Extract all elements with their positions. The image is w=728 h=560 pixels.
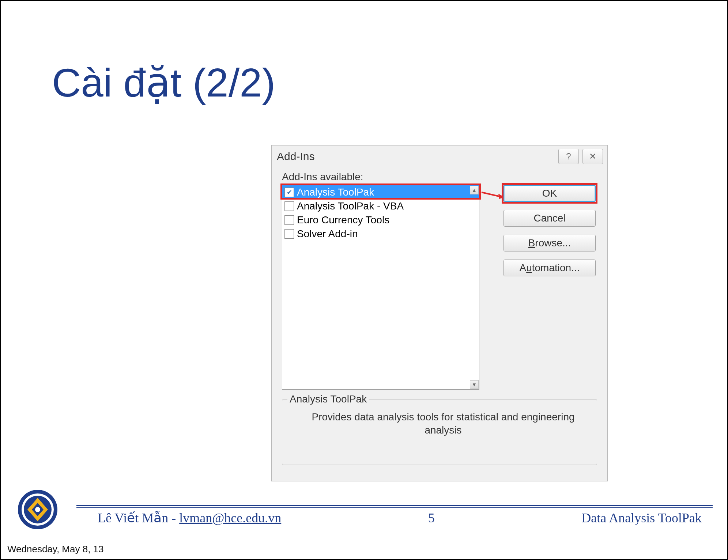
footer-row: Lê Viết Mẫn - lvman@hce.edu.vn 5 Data An…: [98, 510, 702, 526]
automation-button-label: Automation...: [520, 262, 580, 274]
checkbox-icon[interactable]: [284, 201, 294, 211]
addin-description-text: Provides data analysis tools for statist…: [282, 400, 597, 437]
help-button[interactable]: ?: [558, 149, 579, 164]
slide-title: Cài đặt (2/2): [52, 59, 275, 106]
page-number: 5: [428, 510, 435, 526]
page: Cài đặt (2/2) Add-Ins ? ✕ Add-Ins availa…: [0, 0, 728, 560]
cancel-button[interactable]: Cancel: [503, 210, 596, 227]
addin-item-solver-addin[interactable]: Solver Add-in: [282, 227, 479, 241]
footer-divider: [76, 505, 713, 506]
browse-button[interactable]: Browse...: [503, 235, 596, 251]
scroll-up-icon[interactable]: ▲: [470, 186, 479, 194]
addin-item-label: Solver Add-in: [297, 228, 358, 240]
checkbox-icon[interactable]: [284, 229, 294, 239]
footer-email-link[interactable]: lvman@hce.edu.vn: [179, 511, 281, 525]
addins-listbox[interactable]: ✔ Analysis ToolPak Analysis ToolPak - VB…: [282, 185, 479, 390]
close-button[interactable]: ✕: [582, 149, 603, 164]
slide: Cài đặt (2/2) Add-Ins ? ✕ Add-Ins availa…: [1, 1, 727, 538]
addins-listbox-wrap: ✔ Analysis ToolPak Analysis ToolPak - VB…: [282, 185, 487, 390]
help-icon: ?: [566, 151, 571, 162]
ok-button-wrap: OK: [503, 185, 596, 202]
close-icon: ✕: [589, 151, 596, 162]
footer-topic: Data Analysis ToolPak: [581, 510, 702, 526]
checkbox-icon[interactable]: [284, 215, 294, 225]
browse-button-label: Browse...: [528, 237, 571, 249]
footer-author: Lê Viết Mẫn - lvman@hce.edu.vn: [98, 510, 281, 526]
addin-description-group: Analysis ToolPak Provides data analysis …: [282, 399, 597, 465]
dialog-title: Add-Ins: [277, 150, 314, 163]
svg-point-7: [35, 507, 40, 512]
cancel-button-label: Cancel: [533, 212, 565, 224]
dialog-titlebar: Add-Ins ? ✕: [272, 145, 607, 167]
addin-item-analysis-toolpak-vba[interactable]: Analysis ToolPak - VBA: [282, 199, 479, 213]
ok-button-label: OK: [542, 188, 557, 199]
university-logo-icon: [17, 489, 58, 530]
addin-item-analysis-toolpak[interactable]: ✔ Analysis ToolPak: [282, 185, 479, 199]
ok-button[interactable]: OK: [503, 185, 596, 202]
scroll-down-icon[interactable]: ▼: [470, 380, 479, 389]
checkbox-icon[interactable]: ✔: [284, 188, 294, 197]
addin-item-label: Analysis ToolPak: [297, 186, 374, 198]
addins-dialog: Add-Ins ? ✕ Add-Ins available: ✔: [271, 145, 608, 481]
dialog-button-column: OK Cancel Browse... Automation...: [503, 185, 596, 276]
titlebar-buttons: ? ✕: [558, 149, 603, 164]
presenter-date: Wednesday, May 8, 13: [7, 544, 104, 555]
addins-available-label: Add-Ins available:: [282, 171, 363, 183]
footer-divider: [76, 507, 713, 508]
addin-item-label: Euro Currency Tools: [297, 214, 389, 226]
addin-description-legend: Analysis ToolPak: [287, 393, 369, 405]
addin-item-label: Analysis ToolPak - VBA: [297, 200, 404, 212]
addin-item-euro-currency-tools[interactable]: Euro Currency Tools: [282, 213, 479, 227]
automation-button[interactable]: Automation...: [503, 260, 596, 276]
